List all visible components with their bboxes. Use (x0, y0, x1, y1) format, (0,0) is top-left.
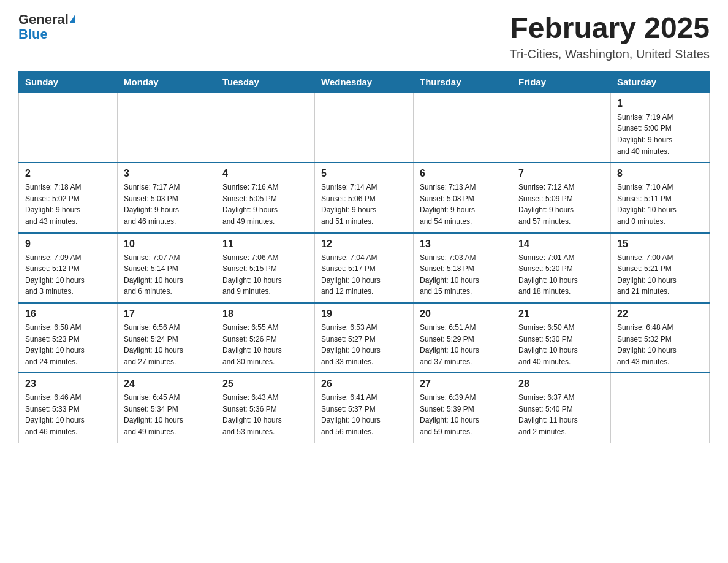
day-info: Sunrise: 6:41 AM Sunset: 5:37 PM Dayligh… (321, 392, 407, 437)
day-info: Sunrise: 6:55 AM Sunset: 5:26 PM Dayligh… (222, 322, 308, 367)
day-info: Sunrise: 6:58 AM Sunset: 5:23 PM Dayligh… (25, 322, 111, 367)
calendar-cell: 13Sunrise: 7:03 AM Sunset: 5:18 PM Dayli… (414, 233, 512, 303)
calendar-cell (512, 93, 611, 163)
calendar-cell: 14Sunrise: 7:01 AM Sunset: 5:20 PM Dayli… (512, 233, 611, 303)
calendar-cell: 17Sunrise: 6:56 AM Sunset: 5:24 PM Dayli… (118, 303, 216, 373)
day-info: Sunrise: 6:39 AM Sunset: 5:39 PM Dayligh… (420, 392, 506, 437)
calendar-cell (19, 93, 118, 163)
day-number: 9 (25, 239, 111, 250)
calendar-cell: 7Sunrise: 7:12 AM Sunset: 5:09 PM Daylig… (512, 163, 611, 232)
calendar-cell: 26Sunrise: 6:41 AM Sunset: 5:37 PM Dayli… (315, 373, 414, 443)
weekday-header-monday: Monday (118, 71, 216, 93)
day-info: Sunrise: 7:17 AM Sunset: 5:03 PM Dayligh… (124, 182, 210, 227)
day-info: Sunrise: 6:37 AM Sunset: 5:40 PM Dayligh… (518, 392, 604, 437)
day-number: 17 (124, 308, 210, 320)
day-info: Sunrise: 7:18 AM Sunset: 5:02 PM Dayligh… (25, 182, 111, 227)
weekday-header-tuesday: Tuesday (216, 71, 315, 93)
day-info: Sunrise: 6:51 AM Sunset: 5:29 PM Dayligh… (420, 322, 506, 367)
calendar-cell: 18Sunrise: 6:55 AM Sunset: 5:26 PM Dayli… (216, 303, 315, 373)
weekday-header-saturday: Saturday (611, 71, 710, 93)
week-row-5: 23Sunrise: 6:46 AM Sunset: 5:33 PM Dayli… (19, 373, 710, 443)
day-number: 25 (222, 378, 308, 389)
calendar-cell: 4Sunrise: 7:16 AM Sunset: 5:05 PM Daylig… (216, 163, 315, 232)
day-number: 21 (518, 308, 604, 320)
day-number: 6 (420, 168, 506, 179)
title-block: February 2025 Tri-Cities, Washington, Un… (510, 12, 710, 61)
day-info: Sunrise: 7:10 AM Sunset: 5:11 PM Dayligh… (617, 182, 703, 227)
calendar-cell: 1Sunrise: 7:19 AM Sunset: 5:00 PM Daylig… (611, 93, 710, 163)
calendar-cell (611, 373, 710, 443)
calendar-header-row: SundayMondayTuesdayWednesdayThursdayFrid… (19, 71, 710, 93)
day-info: Sunrise: 7:19 AM Sunset: 5:00 PM Dayligh… (617, 112, 703, 157)
calendar-cell: 20Sunrise: 6:51 AM Sunset: 5:29 PM Dayli… (414, 303, 512, 373)
day-number: 23 (25, 378, 111, 389)
week-row-3: 9Sunrise: 7:09 AM Sunset: 5:12 PM Daylig… (19, 233, 710, 303)
calendar-cell: 9Sunrise: 7:09 AM Sunset: 5:12 PM Daylig… (19, 233, 118, 303)
calendar-cell (414, 93, 512, 163)
calendar-cell: 15Sunrise: 7:00 AM Sunset: 5:21 PM Dayli… (611, 233, 710, 303)
day-number: 3 (124, 168, 210, 179)
day-number: 20 (420, 308, 506, 320)
day-info: Sunrise: 6:45 AM Sunset: 5:34 PM Dayligh… (124, 392, 210, 437)
day-number: 14 (518, 239, 604, 250)
calendar-table: SundayMondayTuesdayWednesdayThursdayFrid… (18, 71, 710, 443)
page-header: General Blue February 2025 Tri-Cities, W… (18, 12, 710, 61)
calendar-cell: 24Sunrise: 6:45 AM Sunset: 5:34 PM Dayli… (118, 373, 216, 443)
day-number: 7 (518, 168, 604, 179)
day-number: 8 (617, 168, 703, 179)
day-info: Sunrise: 6:53 AM Sunset: 5:27 PM Dayligh… (321, 322, 407, 367)
calendar-cell: 5Sunrise: 7:14 AM Sunset: 5:06 PM Daylig… (315, 163, 414, 232)
day-number: 16 (25, 308, 111, 320)
calendar-cell: 23Sunrise: 6:46 AM Sunset: 5:33 PM Dayli… (19, 373, 118, 443)
calendar-cell: 22Sunrise: 6:48 AM Sunset: 5:32 PM Dayli… (611, 303, 710, 373)
day-number: 1 (617, 98, 703, 109)
calendar-cell: 11Sunrise: 7:06 AM Sunset: 5:15 PM Dayli… (216, 233, 315, 303)
day-number: 5 (321, 168, 407, 179)
week-row-1: 1Sunrise: 7:19 AM Sunset: 5:00 PM Daylig… (19, 93, 710, 163)
day-info: Sunrise: 6:48 AM Sunset: 5:32 PM Dayligh… (617, 322, 703, 367)
calendar-cell: 3Sunrise: 7:17 AM Sunset: 5:03 PM Daylig… (118, 163, 216, 232)
day-number: 2 (25, 168, 111, 179)
day-number: 18 (222, 308, 308, 320)
week-row-2: 2Sunrise: 7:18 AM Sunset: 5:02 PM Daylig… (19, 163, 710, 232)
calendar-title: February 2025 (510, 12, 710, 45)
day-info: Sunrise: 7:01 AM Sunset: 5:20 PM Dayligh… (518, 252, 604, 297)
calendar-cell: 2Sunrise: 7:18 AM Sunset: 5:02 PM Daylig… (19, 163, 118, 232)
day-info: Sunrise: 7:04 AM Sunset: 5:17 PM Dayligh… (321, 252, 407, 297)
weekday-header-friday: Friday (512, 71, 611, 93)
day-number: 12 (321, 239, 407, 250)
calendar-cell (315, 93, 414, 163)
day-number: 19 (321, 308, 407, 320)
day-info: Sunrise: 7:07 AM Sunset: 5:14 PM Dayligh… (124, 252, 210, 297)
calendar-cell: 16Sunrise: 6:58 AM Sunset: 5:23 PM Dayli… (19, 303, 118, 373)
calendar-cell: 25Sunrise: 6:43 AM Sunset: 5:36 PM Dayli… (216, 373, 315, 443)
day-number: 10 (124, 239, 210, 250)
weekday-header-wednesday: Wednesday (315, 71, 414, 93)
day-info: Sunrise: 6:50 AM Sunset: 5:30 PM Dayligh… (518, 322, 604, 367)
calendar-cell (216, 93, 315, 163)
day-number: 26 (321, 378, 407, 389)
day-number: 11 (222, 239, 308, 250)
day-info: Sunrise: 7:14 AM Sunset: 5:06 PM Dayligh… (321, 182, 407, 227)
weekday-header-thursday: Thursday (414, 71, 512, 93)
day-number: 24 (124, 378, 210, 389)
day-info: Sunrise: 6:46 AM Sunset: 5:33 PM Dayligh… (25, 392, 111, 437)
week-row-4: 16Sunrise: 6:58 AM Sunset: 5:23 PM Dayli… (19, 303, 710, 373)
calendar-subtitle: Tri-Cities, Washington, United States (510, 47, 710, 61)
day-number: 27 (420, 378, 506, 389)
day-info: Sunrise: 7:09 AM Sunset: 5:12 PM Dayligh… (25, 252, 111, 297)
day-number: 4 (222, 168, 308, 179)
day-number: 22 (617, 308, 703, 320)
calendar-cell (118, 93, 216, 163)
day-number: 13 (420, 239, 506, 250)
calendar-cell: 27Sunrise: 6:39 AM Sunset: 5:39 PM Dayli… (414, 373, 512, 443)
weekday-header-sunday: Sunday (19, 71, 118, 93)
logo: General Blue (18, 12, 75, 42)
day-info: Sunrise: 7:06 AM Sunset: 5:15 PM Dayligh… (222, 252, 308, 297)
logo-general-text: General (18, 12, 69, 27)
logo-blue-text: Blue (18, 27, 48, 42)
day-info: Sunrise: 6:56 AM Sunset: 5:24 PM Dayligh… (124, 322, 210, 367)
day-info: Sunrise: 7:13 AM Sunset: 5:08 PM Dayligh… (420, 182, 506, 227)
day-info: Sunrise: 7:03 AM Sunset: 5:18 PM Dayligh… (420, 252, 506, 297)
calendar-cell: 28Sunrise: 6:37 AM Sunset: 5:40 PM Dayli… (512, 373, 611, 443)
